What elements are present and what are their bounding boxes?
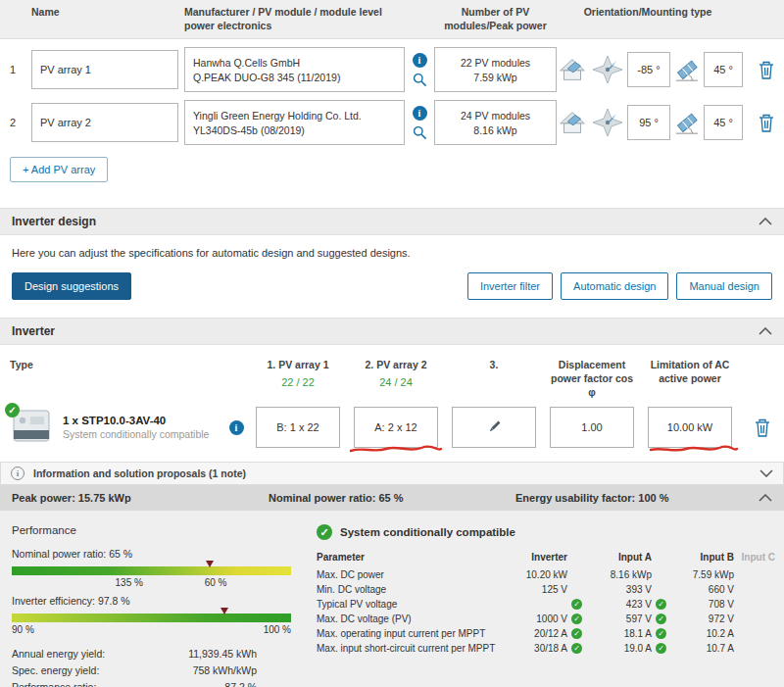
chevron-up-icon[interactable] bbox=[759, 218, 772, 225]
inverter-section-header[interactable]: Inverter bbox=[0, 318, 784, 345]
automatic-design-button[interactable]: Automatic design bbox=[561, 272, 668, 300]
energy-usability-summary: Energy usability factor: 100 % bbox=[515, 492, 669, 504]
performance-panel: Performance Nominal power ratio: 65 % 13… bbox=[12, 524, 291, 673]
trash-icon[interactable] bbox=[759, 114, 774, 132]
inverter-filter-button[interactable]: Inverter filter bbox=[467, 272, 553, 300]
col-header-name: Name bbox=[31, 6, 178, 20]
pv-array-row: 1 PV array 1 Hanwha Q.Cells GmbH Q.PEAK … bbox=[0, 47, 784, 92]
array1-string-count: 22 / 22 bbox=[252, 376, 344, 388]
array-name: PV array 2 bbox=[40, 117, 91, 128]
check-icon: ✓ bbox=[571, 628, 582, 639]
check-icon: ✓ bbox=[571, 599, 582, 610]
col-header-array1: 1. PV array 1 bbox=[252, 359, 344, 372]
inverter-name: 1 x STP10.0-3AV-40 bbox=[63, 415, 209, 426]
inverter-row: ✓ 1 x STP10.0-3AV-40 System conditionall… bbox=[0, 399, 784, 456]
pencil-icon bbox=[487, 419, 502, 436]
section-title: Inverter design bbox=[12, 215, 96, 228]
npr-bar bbox=[12, 566, 291, 575]
chevron-up-icon[interactable] bbox=[759, 327, 772, 335]
inverter-design-section-header[interactable]: Inverter design bbox=[0, 208, 784, 235]
peak-power: 8.16 kWp bbox=[473, 124, 516, 136]
compatibility-table: Parameter Inverter Input A Input B Input… bbox=[317, 552, 775, 654]
param-label: Max. DC voltage (PV) bbox=[317, 613, 495, 624]
col-header-input-b: Input B bbox=[652, 552, 734, 565]
col-header-input-a: Input A bbox=[567, 552, 652, 565]
module-text: Q.PEAK DUO-G8 345 (11/2019) bbox=[193, 72, 396, 83]
trash-icon[interactable] bbox=[759, 61, 774, 79]
col-header-manufacturer: Manufacturer / PV module / module level … bbox=[184, 6, 405, 32]
stat-label: Spec. energy yield: bbox=[12, 662, 99, 679]
check-icon: ✓ bbox=[656, 628, 666, 639]
stat-value: 87.2 % bbox=[224, 679, 257, 687]
manual-design-button[interactable]: Manual design bbox=[676, 272, 772, 300]
chevron-down-icon[interactable] bbox=[760, 469, 773, 477]
info-icon: i bbox=[11, 466, 24, 480]
col-header-modules: Number of PV modules/Peak power bbox=[434, 6, 557, 32]
check-icon: ✓ bbox=[317, 524, 332, 540]
array-name-field[interactable]: PV array 2 bbox=[31, 103, 178, 142]
array-name-field[interactable]: PV array 1 bbox=[31, 50, 178, 89]
inverter-table-header: Type 1. PV array 1 22 / 22 2. PV array 2… bbox=[0, 345, 784, 399]
magnifier-icon[interactable] bbox=[413, 73, 427, 87]
modules-field[interactable]: 24 PV modules 8.16 kWp bbox=[434, 100, 557, 145]
info-icon[interactable]: i bbox=[413, 53, 427, 68]
npr-scale-left: 135 % bbox=[116, 577, 143, 588]
compass-icon[interactable] bbox=[592, 55, 623, 84]
summary-band[interactable]: Peak power: 15.75 kWp Nominal power rati… bbox=[0, 485, 784, 511]
efficiency-bar bbox=[12, 613, 291, 622]
chevron-up-icon[interactable] bbox=[759, 494, 772, 502]
azimuth-field[interactable]: 95 ° bbox=[627, 105, 670, 140]
stat-value: 758 kWh/kWp bbox=[193, 662, 257, 679]
check-icon: ✓ bbox=[656, 613, 666, 624]
azimuth-field[interactable]: -85 ° bbox=[627, 52, 670, 87]
module-selection-field[interactable]: Yingli Green Energy Holding Co. Ltd. YL3… bbox=[184, 100, 405, 145]
row-index: 1 bbox=[10, 64, 25, 75]
ac-limit-field[interactable]: 10.00 kW bbox=[648, 407, 732, 448]
input-b-config-field[interactable]: B: 1 x 22 bbox=[256, 407, 340, 448]
nominal-power-ratio-summary: Nominal power ratio: 65 % bbox=[269, 492, 515, 504]
col-header-orientation: Orientation/Mounting type bbox=[557, 6, 739, 20]
modules-count: 22 PV modules bbox=[461, 57, 530, 69]
module-text: YL340DS-45b (08/2019) bbox=[193, 124, 396, 136]
param-label: Typical PV voltage bbox=[317, 599, 495, 610]
mounting-house-icon[interactable] bbox=[557, 108, 588, 137]
performance-title: Performance bbox=[12, 524, 291, 536]
array-name: PV array 1 bbox=[40, 64, 91, 75]
input-a-config-field[interactable]: A: 2 x 12 bbox=[354, 407, 438, 448]
details-panel: Performance Nominal power ratio: 65 % 13… bbox=[0, 511, 784, 687]
tilted-panel-icon[interactable] bbox=[674, 55, 700, 84]
info-icon[interactable]: i bbox=[229, 420, 244, 435]
inverter-status: System conditionally compatible bbox=[63, 428, 209, 440]
tilt-field[interactable]: 45 ° bbox=[704, 52, 743, 87]
trash-icon[interactable] bbox=[755, 418, 770, 437]
col-header-parameter: Parameter bbox=[317, 552, 495, 565]
col-header-array2: 2. PV array 2 bbox=[350, 359, 442, 372]
pv-table-header: Name Manufacturer / PV module / module l… bbox=[0, 0, 784, 39]
input-3-edit-field[interactable] bbox=[452, 407, 536, 448]
inverter-design-description: Here you can adjust the specifications f… bbox=[12, 247, 772, 259]
col-header-type: Type bbox=[10, 359, 220, 372]
cos-phi-field[interactable]: 1.00 bbox=[550, 407, 634, 448]
check-icon: ✓ bbox=[571, 643, 582, 654]
magnifier-icon[interactable] bbox=[413, 125, 427, 140]
modules-field[interactable]: 22 PV modules 7.59 kWp bbox=[434, 47, 557, 92]
design-suggestions-button[interactable]: Design suggestions bbox=[12, 272, 131, 300]
information-proposals-row[interactable]: i Information and solution proposals (1 … bbox=[0, 462, 784, 485]
compass-icon[interactable] bbox=[592, 108, 623, 137]
modules-count: 24 PV modules bbox=[461, 110, 530, 122]
stat-label: Performance ratio: bbox=[12, 679, 96, 687]
add-pv-array-button[interactable]: + Add PV array bbox=[10, 157, 108, 182]
peak-power-summary: Peak power: 15.75 kWp bbox=[12, 492, 269, 504]
col-header-input-c: Input C bbox=[734, 552, 775, 565]
eff-scale-right: 100 % bbox=[264, 624, 291, 635]
efficiency-marker bbox=[220, 608, 228, 614]
inverter-image: ✓ bbox=[10, 408, 53, 447]
array2-string-count: 24 / 24 bbox=[350, 376, 442, 388]
module-selection-field[interactable]: Hanwha Q.Cells GmbH Q.PEAK DUO-G8 345 (1… bbox=[184, 47, 405, 92]
tilt-field[interactable]: 45 ° bbox=[704, 105, 743, 140]
npr-label: Nominal power ratio: 65 % bbox=[12, 548, 291, 560]
tilted-panel-icon[interactable] bbox=[674, 108, 700, 137]
info-icon[interactable]: i bbox=[413, 106, 427, 121]
eff-scale-left: 90 % bbox=[12, 624, 34, 635]
mounting-house-icon[interactable] bbox=[557, 55, 588, 84]
